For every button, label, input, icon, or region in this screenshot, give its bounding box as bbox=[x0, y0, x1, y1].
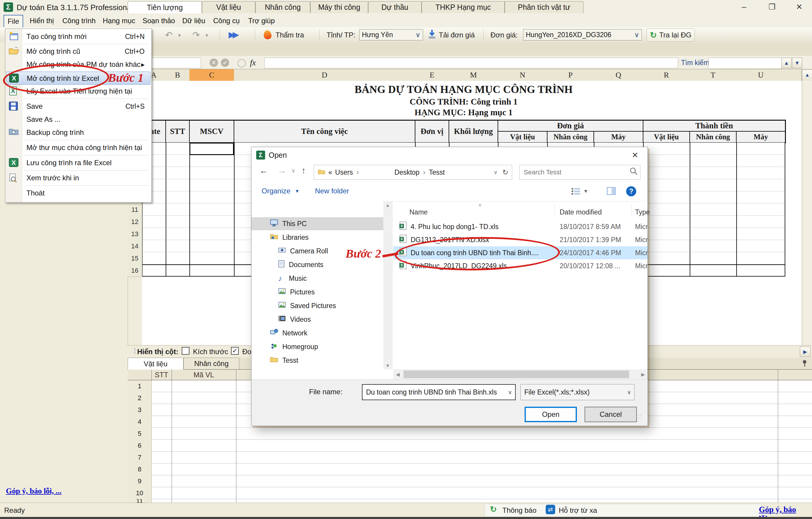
fx-icon[interactable]: fx bbox=[250, 58, 256, 67]
scroll-thumb[interactable] bbox=[404, 371, 629, 378]
tham-tra-button[interactable]: Thẩm tra bbox=[276, 31, 304, 39]
column-header-name[interactable]: Name bbox=[409, 208, 428, 216]
menubar-item-hang-muc[interactable]: Hạng mục bbox=[103, 17, 135, 25]
file-name-combobox[interactable]: Du toan cong trinh UBND tinh Thai Binh.x… bbox=[362, 384, 516, 400]
run-fast-forward-icon[interactable]: ▶▶ bbox=[229, 30, 237, 39]
sidebar-item-music[interactable]: ♪ Music bbox=[252, 272, 383, 285]
breadcrumb[interactable]: « Users › Desktop › Tesst ∨ ↻ bbox=[314, 165, 512, 180]
sidebar-item-saved-pictures[interactable]: Saved Pictures bbox=[252, 299, 383, 312]
status-ho-tro-tu-xa[interactable]: Hỗ trợ từ xa bbox=[559, 506, 597, 515]
refresh-icon[interactable]: ↻ bbox=[502, 168, 508, 176]
col-header-C-selected[interactable]: C bbox=[190, 69, 234, 82]
minimize-button[interactable]: – bbox=[736, 1, 752, 12]
row-header-11[interactable]: 11 bbox=[128, 203, 142, 216]
don-checkbox[interactable]: ✓ bbox=[231, 347, 239, 355]
menubar-item-du-lieu[interactable]: Dữ liệu bbox=[182, 17, 205, 25]
search-input[interactable] bbox=[708, 58, 782, 69]
breadcrumb-dropdown-icon[interactable]: ∨ bbox=[494, 169, 498, 175]
breadcrumb-users[interactable]: Users bbox=[335, 168, 353, 176]
tab-phan-tich-vat-tu[interactable]: Phân tích vật tư bbox=[505, 1, 583, 13]
scroll-left-icon[interactable]: ◀ bbox=[394, 371, 402, 378]
open-button[interactable]: Open bbox=[525, 407, 577, 422]
kich-thuoc-checkbox[interactable] bbox=[182, 347, 190, 355]
col-header-T[interactable]: T bbox=[690, 69, 736, 81]
formula-input[interactable] bbox=[264, 58, 678, 68]
row-header-15[interactable]: 15 bbox=[128, 252, 142, 265]
col-header-N[interactable]: N bbox=[498, 69, 548, 81]
back-icon[interactable]: ← bbox=[259, 165, 268, 175]
new-folder-button[interactable]: New folder bbox=[315, 187, 349, 195]
bottom-tab-nhan-cong[interactable]: Nhân công bbox=[183, 358, 239, 369]
don-gia-select[interactable]: HungYen_2016XD_DG3206∨ bbox=[523, 29, 642, 40]
scroll-right-icon[interactable]: ▶ bbox=[639, 371, 647, 378]
bottom-row-5[interactable]: 5 bbox=[128, 428, 151, 440]
column-header-date-modified[interactable]: Date modified bbox=[560, 208, 602, 216]
bottom-tab-vat-lieu[interactable]: Vật liệu bbox=[128, 358, 183, 370]
bottom-row-2[interactable]: 2 bbox=[128, 392, 151, 404]
tab-nhan-cong[interactable]: Nhân công bbox=[255, 1, 310, 13]
tab-may-thi-cong[interactable]: Máy thi công bbox=[310, 1, 368, 13]
col-header-B[interactable]: B bbox=[166, 69, 190, 81]
tai-don-gia-button[interactable]: Tải đơn giá bbox=[439, 31, 475, 39]
bottom-row-6[interactable]: 6 bbox=[128, 440, 151, 452]
menubar-item-file[interactable]: File bbox=[4, 15, 23, 28]
column-header-type[interactable]: Type bbox=[635, 208, 650, 216]
bottom-row-10[interactable]: 10 bbox=[128, 487, 151, 499]
help-icon[interactable]: ? bbox=[626, 186, 636, 196]
menu-item-xem-truoc-khi-in[interactable]: Xem trước khi in bbox=[6, 171, 150, 185]
vscroll-up-button[interactable]: ▲ bbox=[802, 70, 812, 81]
sidebar-item-libraries[interactable]: Libraries bbox=[252, 231, 383, 244]
bottom-row-11[interactable]: 11 bbox=[128, 499, 151, 503]
redo-dropdown-icon[interactable]: ▾ bbox=[205, 32, 208, 38]
hscroll-right-button[interactable]: ▶ bbox=[800, 347, 811, 357]
view-list-icon[interactable] bbox=[571, 187, 581, 197]
bottom-row-7[interactable]: 7 bbox=[128, 452, 151, 463]
tab-tien-luong[interactable]: Tiên lượng bbox=[128, 1, 202, 13]
menu-item-mo-thu-muc[interactable]: Mở thư mục chứa công trình hiện tại bbox=[6, 141, 150, 154]
sidebar-item-tesst[interactable]: Tesst bbox=[252, 354, 383, 367]
sidebar-item-pictures[interactable]: Pictures bbox=[252, 285, 383, 299]
sidebar-item-this-pc[interactable]: This PC bbox=[252, 217, 383, 230]
tab-du-thau[interactable]: Dự thầu bbox=[368, 1, 422, 13]
row-header-12[interactable]: 12 bbox=[128, 216, 142, 228]
row-header-13[interactable]: 13 bbox=[128, 228, 142, 240]
file-type-combobox[interactable]: File Excel(*.xls;*.xlsx) ∨ bbox=[520, 384, 634, 400]
cancel-entry-icon[interactable]: ✕ bbox=[210, 58, 218, 67]
tinh-tp-select[interactable]: Hưng Yên∨ bbox=[359, 29, 423, 40]
menubar-item-tro-giup[interactable]: Trợ giúp bbox=[248, 17, 275, 25]
close-button[interactable]: ✕ bbox=[791, 1, 808, 12]
breadcrumb-desktop[interactable]: Desktop bbox=[395, 168, 419, 176]
bottom-row-8[interactable]: 8 bbox=[128, 463, 151, 475]
vscrollbar[interactable] bbox=[802, 81, 812, 345]
menu-item-mo-cong-trinh-cu[interactable]: Mở công trình cũ Ctrl+O bbox=[6, 45, 150, 58]
active-cell[interactable] bbox=[190, 143, 234, 155]
breadcrumb-tesst[interactable]: Tesst bbox=[429, 168, 445, 176]
menu-item-backup-cong-trinh[interactable]: Backup công trình bbox=[6, 126, 150, 139]
menubar-item-cong-trinh[interactable]: Công trình bbox=[62, 17, 96, 25]
dialog-close-button[interactable]: ✕ bbox=[626, 149, 644, 161]
menubar-item-hien-thi[interactable]: Hiển thị bbox=[30, 17, 54, 25]
menu-item-save[interactable]: Save Ctrl+S bbox=[6, 100, 150, 113]
bottom-row-9[interactable]: 9 bbox=[128, 475, 151, 487]
tab-thkp-hang-muc[interactable]: THKP Hạng mục bbox=[422, 1, 505, 13]
col-header-D[interactable]: D bbox=[234, 69, 415, 81]
sidebar-scrollbar[interactable] bbox=[383, 201, 392, 369]
file-row[interactable]: X 4. Phu luc hop dong1- TD.xls 18/10/201… bbox=[394, 220, 647, 233]
forward-icon[interactable]: → bbox=[278, 165, 287, 175]
feedback-link-left[interactable]: Góp ý, báo lỗi, ... bbox=[6, 487, 61, 495]
up-icon[interactable]: ↑ bbox=[301, 165, 306, 175]
sidebar-item-homegroup[interactable]: Homegroup bbox=[252, 340, 383, 353]
menu-item-save-as[interactable]: Save As ... bbox=[6, 113, 150, 126]
dialog-search-input[interactable] bbox=[519, 165, 640, 180]
maximize-button[interactable]: ❐ bbox=[763, 1, 780, 12]
confirm-entry-icon[interactable]: ✓ bbox=[221, 58, 229, 67]
cancel-button[interactable]: Cancel bbox=[585, 407, 637, 422]
row-header-14[interactable]: 14 bbox=[128, 240, 142, 252]
col-header-U[interactable]: U bbox=[736, 69, 786, 81]
redo-icon[interactable]: ↷ bbox=[193, 30, 200, 40]
tab-vat-lieu[interactable]: Vật liệu bbox=[202, 1, 255, 13]
col-header-M[interactable]: M bbox=[449, 69, 498, 81]
menubar-item-soan-thao[interactable]: Soạn thảo bbox=[143, 17, 175, 25]
menu-item-thoat[interactable]: Thoát bbox=[6, 187, 150, 200]
search-down-button[interactable]: ▼ bbox=[792, 58, 802, 68]
